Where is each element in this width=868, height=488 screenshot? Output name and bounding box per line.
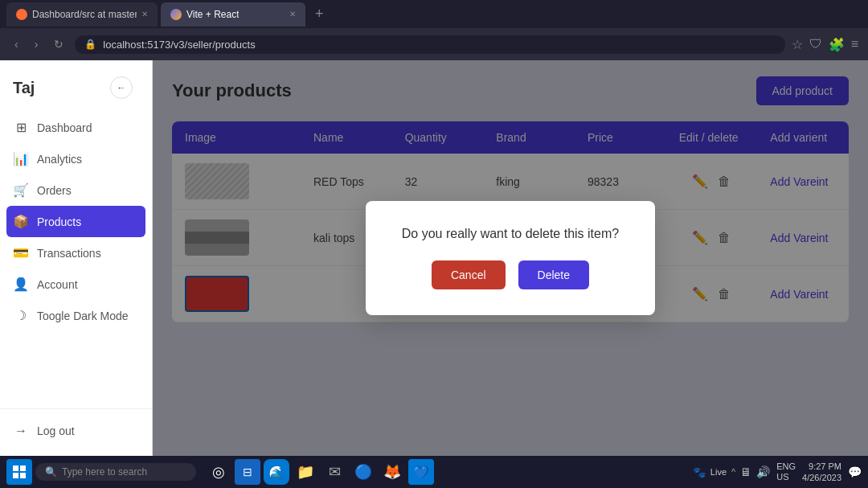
sidebar-label-orders: Orders — [37, 184, 72, 197]
taskbar-app-explorer[interactable]: 📁 — [293, 459, 318, 485]
logout-icon: → — [13, 424, 29, 438]
sidebar-logo-area: Taj ← — [0, 70, 152, 112]
taskbar-app-chrome[interactable]: 🔵 — [350, 459, 376, 485]
taskbar-app-search[interactable]: ◎ — [206, 459, 231, 485]
analytics-icon: 📊 — [13, 151, 29, 166]
lang-text: ENGUS — [776, 461, 796, 482]
taskbar-app-mail[interactable]: ✉ — [321, 459, 347, 485]
transactions-icon: 💳 — [13, 245, 29, 260]
modal-buttons: Cancel Delete — [398, 260, 623, 289]
sidebar-item-analytics[interactable]: 📊 Analytics — [0, 143, 152, 174]
tab-github-close[interactable]: ✕ — [141, 10, 148, 18]
live-badge: Live — [710, 467, 727, 477]
products-icon: 📦 — [13, 214, 29, 229]
taskbar-date-value: 4/26/2023 — [802, 472, 841, 483]
taskbar-notification[interactable]: 💬 — [848, 465, 862, 478]
vite-tab-icon — [170, 9, 182, 20]
taskbar-right: 🐾 Live ^ 🖥 🔊 ENGUS 9:27 PM 4/26/2023 💬 — [693, 461, 862, 484]
sidebar-bottom: → Log out — [0, 408, 152, 446]
taskbar-datetime[interactable]: 9:27 PM 4/26/2023 — [802, 461, 841, 484]
tab-github[interactable]: Dashboard/src at master · Hay... ✕ — [6, 2, 158, 27]
svg-rect-0 — [13, 465, 18, 471]
taskbar-search-box[interactable]: 🔍 Type here to search — [35, 463, 196, 481]
start-button[interactable] — [6, 459, 32, 485]
taskbar-tray: 🐾 Live ^ 🖥 🔊 — [693, 465, 770, 478]
taskbar-app-edge[interactable]: 🌊 — [264, 459, 289, 485]
tray-icon-1: 🐾 — [693, 466, 706, 478]
forward-button[interactable]: › — [30, 35, 43, 54]
sidebar-item-transactions[interactable]: 💳 Transactions — [0, 237, 152, 269]
sidebar-item-orders[interactable]: 🛒 Orders — [0, 174, 152, 206]
sidebar-label-darkmode: Toogle Dark Mode — [37, 310, 129, 322]
lock-icon: 🔒 — [84, 39, 96, 50]
taskbar-lang: ENGUS — [776, 461, 796, 482]
orders-icon: 🛒 — [13, 182, 29, 198]
delete-confirmation-modal: Do you really want to delete this item? … — [366, 201, 655, 315]
app-container: Taj ← ⊞ Dashboard 📊 Analytics 🛒 Orders 📦… — [0, 60, 868, 456]
tray-network: 🖥 — [740, 465, 751, 478]
modal-overlay: Do you really want to delete this item? … — [153, 60, 868, 456]
taskbar-search-icon: 🔍 — [45, 466, 57, 478]
tray-expand[interactable]: ^ — [731, 467, 735, 477]
sidebar-label-products: Products — [37, 215, 81, 228]
taskbar: 🔍 Type here to search ◎ ⊟ 🌊 📁 ✉ 🔵 🦊 💙 🐾 … — [0, 456, 868, 488]
modal-message: Do you really want to delete this item? — [398, 227, 623, 241]
tab-github-label: Dashboard/src at master · Hay... — [32, 9, 137, 20]
taskbar-apps: ◎ ⊟ 🌊 📁 ✉ 🔵 🦊 💙 — [206, 459, 434, 485]
logo-text: Taj — [13, 79, 35, 97]
tab-bar: Dashboard/src at master · Hay... ✕ Vite … — [0, 0, 868, 28]
tab-vite[interactable]: Vite + React ✕ — [161, 2, 305, 27]
sidebar-label-transactions: Transactions — [37, 247, 101, 260]
shield-icon[interactable]: 🛡 — [809, 37, 822, 52]
address-text: localhost:5173/v3/seller/products — [103, 39, 255, 51]
refresh-button[interactable]: ↻ — [49, 35, 68, 54]
sidebar-toggle[interactable]: ← — [110, 76, 133, 99]
sidebar: Taj ← ⊞ Dashboard 📊 Analytics 🛒 Orders 📦… — [0, 60, 153, 456]
taskbar-search-text: Type here to search — [62, 466, 147, 478]
cancel-button[interactable]: Cancel — [432, 260, 506, 289]
sidebar-item-account[interactable]: 👤 Account — [0, 269, 152, 300]
taskbar-time-value: 9:27 PM — [802, 461, 841, 472]
delete-button[interactable]: Delete — [518, 260, 589, 289]
taskbar-app-vscode[interactable]: 💙 — [408, 459, 434, 485]
menu-icon[interactable]: ≡ — [851, 37, 858, 52]
sidebar-label-dashboard: Dashboard — [37, 121, 92, 134]
tab-vite-label: Vite + React — [186, 9, 239, 20]
taskbar-app-widgets[interactable]: ⊟ — [235, 459, 260, 485]
browser-nav-icons: ☆ 🛡 🧩 ≡ — [792, 37, 858, 52]
darkmode-icon: ☽ — [13, 308, 29, 323]
svg-rect-3 — [20, 473, 26, 478]
browser-chrome: Dashboard/src at master · Hay... ✕ Vite … — [0, 0, 868, 60]
nav-bar: ‹ › ↻ 🔒 localhost:5173/v3/seller/product… — [0, 28, 868, 60]
tab-vite-close[interactable]: ✕ — [289, 10, 296, 18]
sidebar-item-products[interactable]: 📦 Products — [6, 206, 145, 237]
sidebar-label-analytics: Analytics — [37, 153, 82, 166]
svg-rect-1 — [20, 465, 26, 471]
sidebar-item-logout[interactable]: → Log out — [0, 416, 152, 446]
new-tab-button[interactable]: + — [309, 6, 330, 23]
account-icon: 👤 — [13, 277, 29, 292]
back-button[interactable]: ‹ — [10, 35, 23, 54]
dashboard-icon: ⊞ — [13, 120, 29, 135]
address-bar[interactable]: 🔒 localhost:5173/v3/seller/products — [75, 35, 784, 54]
extensions-icon[interactable]: 🧩 — [829, 37, 845, 52]
main-content: Your products Add product Image Name Qua… — [153, 60, 868, 456]
sidebar-label-account: Account — [37, 278, 78, 291]
svg-rect-2 — [13, 473, 18, 478]
sidebar-label-logout: Log out — [37, 424, 75, 437]
taskbar-app-firefox[interactable]: 🦊 — [379, 459, 405, 485]
github-tab-icon — [16, 9, 27, 20]
sidebar-item-dashboard[interactable]: ⊞ Dashboard — [0, 112, 152, 143]
bookmark-icon[interactable]: ☆ — [792, 37, 803, 52]
tray-volume: 🔊 — [756, 465, 770, 478]
sidebar-item-darkmode[interactable]: ☽ Toogle Dark Mode — [0, 300, 152, 331]
